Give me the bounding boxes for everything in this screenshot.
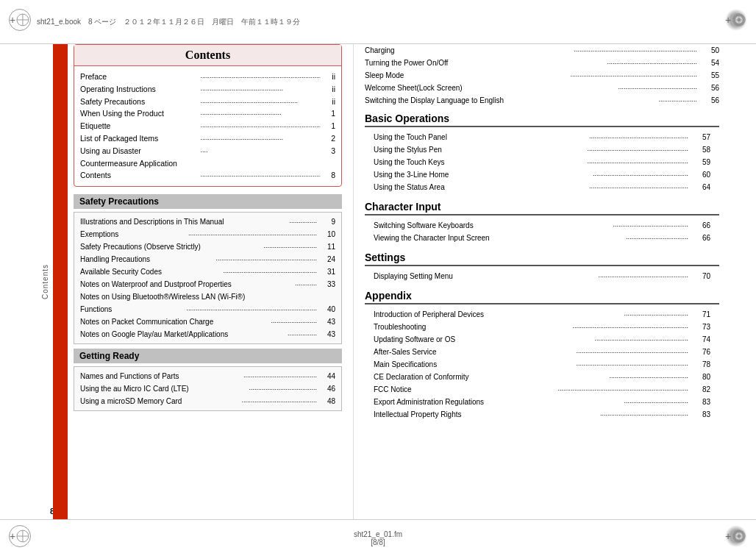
- sub-toc-num: [317, 291, 335, 303]
- sub-toc-dots: ............: [295, 278, 317, 291]
- sub-toc-dots: ................: [288, 328, 317, 341]
- right-sub-entry: FCC Notice..............................…: [374, 383, 710, 396]
- sub-toc-title: Safety Precautions (Observe Strictly): [80, 240, 263, 253]
- section-header: Appendix: [365, 288, 719, 304]
- sub-toc-num: 9: [317, 215, 335, 228]
- toc-title: Safety Precautions: [80, 96, 201, 108]
- right-toc-dots: .....................: [658, 94, 697, 107]
- toc-title: When Using the Product: [80, 107, 201, 120]
- sub-toc-title: Using the au Micro IC Card (LTE): [80, 382, 249, 395]
- contents-title: Contents: [74, 45, 341, 66]
- sub-toc-entry: Safety Precautions (Observe Strictly)...…: [80, 240, 335, 253]
- right-toc-title: Turning the Power On/Off: [365, 57, 607, 69]
- toc-num: ii: [321, 83, 335, 96]
- right-sub-entry: Using the Status Area...................…: [374, 181, 710, 193]
- sub-toc-dots: ........................................: [243, 370, 317, 382]
- sub-toc-title: Handling Precautions: [80, 253, 215, 265]
- top-bar: sht21_e.book 8 ページ ２０１２年１１月２６日 月曜日 午前１１時…: [0, 0, 756, 44]
- toc-dots: ........................................…: [201, 71, 321, 83]
- sub-toc-entry: Names and Functions of Parts............…: [80, 370, 335, 382]
- toc-dots: ........................................…: [201, 96, 321, 108]
- sub-toc-num: 24: [317, 253, 335, 265]
- right-sub-entry: Using the Touch Keys....................…: [374, 156, 710, 168]
- sub-toc-entry: Using a microSD Memory Card.............…: [80, 395, 335, 407]
- header-text: sht21_e.book 8 ページ ２０１２年１１月２６日 月曜日 午前１１時…: [37, 17, 300, 27]
- toc-title: Using au Disaster Countermeasure Applica…: [80, 145, 201, 170]
- left-column: Contents Preface........................…: [74, 44, 353, 519]
- sub-toc-title: Notes on Using Bluetooth®/Wireless LAN (…: [80, 291, 317, 303]
- sub-toc-entry: Using the au Micro IC Card (LTE)........…: [80, 382, 335, 395]
- right-sub-toc: Introduction of Peripheral Devices......…: [365, 307, 719, 422]
- bottom-bar: sht21_e_01.fm [8/8]: [0, 519, 756, 556]
- sub-toc-dots: ........................................…: [241, 395, 317, 407]
- right-sub-entry: Intellectual Property Rights............…: [374, 408, 710, 421]
- toc-entry: Etiquette...............................…: [80, 120, 335, 132]
- sub-toc-num: 31: [317, 265, 335, 278]
- toc-dots: ........................................…: [201, 132, 321, 145]
- toc-entry: List of Packaged Items..................…: [80, 132, 335, 145]
- sidebar-label: Contents: [37, 44, 53, 519]
- footer-line1: sht21_e_01.fm: [354, 530, 402, 538]
- right-toc-num: 56: [697, 82, 719, 94]
- toc-title: Operating Instructions: [80, 83, 201, 96]
- sub-toc-dots: .........................: [271, 316, 317, 328]
- right-sub-entry: Main Specifications.....................…: [374, 358, 710, 371]
- right-sub-entry: Export Administration Regulations.......…: [374, 396, 710, 408]
- sub-toc-dots: ........................................…: [215, 253, 317, 265]
- sub-toc-title: Available Security Codes: [80, 265, 223, 278]
- sub-toc-num: 43: [317, 316, 335, 328]
- section-header: Basic Operations: [365, 111, 719, 127]
- toc-entry: Preface.................................…: [80, 71, 335, 83]
- sub-toc-entry: Exemptions..............................…: [80, 228, 335, 240]
- toc-title: Preface: [80, 71, 201, 83]
- right-toc-dots: ........................................…: [618, 82, 697, 94]
- right-sub-toc: Using the Touch Panel...................…: [365, 129, 719, 195]
- right-sub-toc: Displaying Setting Menu.................…: [365, 268, 719, 284]
- toc-num: 3: [321, 145, 335, 170]
- toc-entry: Operating Instructions..................…: [80, 83, 335, 96]
- sub-toc-num: 44: [317, 370, 335, 382]
- right-sub-entry: Using the Touch Panel...................…: [374, 131, 710, 143]
- toc-dots: ........................................…: [201, 107, 321, 120]
- getting-ready-header: Getting Ready: [74, 349, 342, 363]
- section-header: Character Input: [365, 199, 719, 215]
- sub-toc-title: Names and Functions of Parts: [80, 370, 243, 382]
- toc-title: Contents: [80, 169, 201, 182]
- toc-dots: ........................................…: [201, 83, 321, 96]
- right-sub-entry: After-Sales Service.....................…: [374, 346, 710, 358]
- bookmark: [53, 44, 68, 519]
- page-content: Contents Contents Preface...............…: [37, 44, 719, 519]
- sub-toc-dots: ........................................…: [223, 265, 317, 278]
- toc-num: ii: [321, 71, 335, 83]
- getting-ready-subtoc: Names and Functions of Parts............…: [74, 366, 342, 411]
- toc-num: 1: [321, 107, 335, 120]
- right-toc-dots: ........................................…: [574, 44, 697, 57]
- right-toc-title: Switching the Display Language to Englis…: [365, 94, 658, 107]
- sub-toc-num: 48: [317, 395, 335, 407]
- right-toc-num: 54: [697, 57, 719, 69]
- right-toc-title: Sleep Mode: [365, 69, 570, 82]
- toc-num: ii: [321, 96, 335, 108]
- right-toc-entry: Sleep Mode..............................…: [365, 69, 719, 82]
- toc-dots: ........................................…: [201, 120, 321, 132]
- sub-toc-entry: Notes on Waterproof and Dustproof Proper…: [80, 278, 335, 291]
- right-sub-entry: Introduction of Peripheral Devices......…: [374, 308, 710, 321]
- right-sub-entry: Updating Software or OS.................…: [374, 333, 710, 346]
- toc-num: 1: [321, 120, 335, 132]
- right-toc-num: 56: [697, 94, 719, 107]
- section-header: Settings: [365, 250, 719, 266]
- right-toc-dots: ........................................…: [570, 69, 697, 82]
- right-sub-entry: Using the 3-Line Home...................…: [374, 168, 710, 181]
- toc-num: 2: [321, 132, 335, 145]
- right-sub-entry: Viewing the Character Input Screen......…: [374, 232, 710, 244]
- toc-entry: Safety Precautions......................…: [80, 96, 335, 108]
- right-toc-entry: Charging................................…: [365, 44, 719, 57]
- right-toc-entry: Switching the Display Language to Englis…: [365, 94, 719, 107]
- toc-entry: Using au Disaster Countermeasure Applica…: [80, 145, 335, 170]
- sub-toc-dots: .....................................: [249, 382, 317, 395]
- contents-box: Contents Preface........................…: [74, 44, 342, 187]
- sub-toc-dots: ........................................…: [188, 228, 317, 240]
- right-sub-entry: Displaying Setting Menu.................…: [374, 270, 710, 282]
- right-toc-dots: ........................................…: [607, 57, 697, 69]
- sub-toc-entry: Illustrations and Descriptions in This M…: [80, 215, 335, 228]
